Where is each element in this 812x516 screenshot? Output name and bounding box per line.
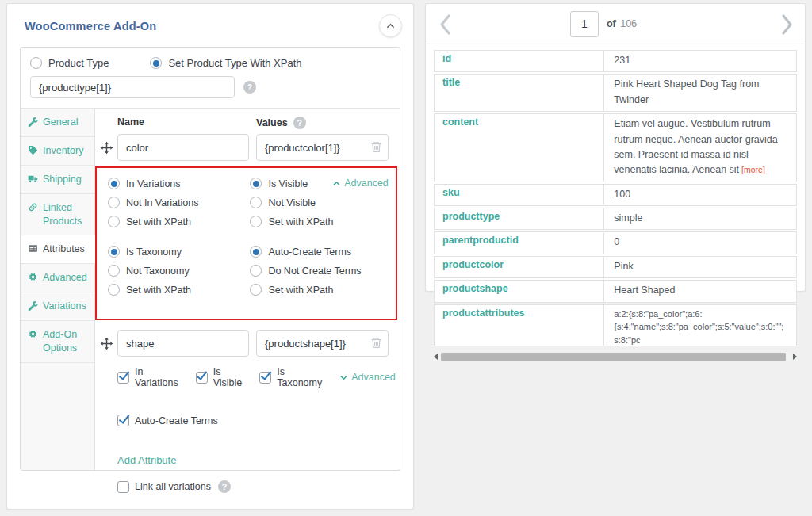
radio-option-set-with-xpath[interactable]: Set with XPath xyxy=(250,216,387,227)
radio-icon xyxy=(30,57,42,69)
sidebar-tab-variations[interactable]: Variations xyxy=(21,292,94,321)
values-column-header: Values xyxy=(256,117,306,129)
record-row-sku: sku100 xyxy=(434,184,797,206)
trash-icon[interactable] xyxy=(370,336,383,350)
move-icon[interactable] xyxy=(100,337,113,350)
product-type-radio-set-product-type-with-xpath[interactable]: Set Product Type With XPath xyxy=(150,57,301,69)
checkbox-option-is-visible[interactable]: Is Visible xyxy=(196,366,243,388)
gear-icon xyxy=(28,272,38,282)
record-row-productcolor: productcolorPink xyxy=(434,256,797,278)
attribute-name-input[interactable] xyxy=(117,330,249,357)
field-name: productattributes xyxy=(435,305,604,346)
sidebar-tab-advanced[interactable]: Advanced xyxy=(21,264,94,292)
checkbox-icon xyxy=(117,481,129,493)
product-type-section: Product TypeSet Product Type With XPath xyxy=(21,48,400,108)
checkbox-option-is-taxonomy[interactable]: Is Taxonomy xyxy=(259,366,322,388)
sidebar-tab-linked-products[interactable]: Linked Products xyxy=(21,194,94,236)
wrench-icon xyxy=(28,117,38,127)
product-type-radio-row: Product TypeSet Product Type With XPath xyxy=(30,57,392,69)
advanced-options-highlight: Advanced In VariationsNot In VariationsS… xyxy=(95,166,397,320)
pager-position: of 106 xyxy=(570,11,637,37)
wrench-icon xyxy=(28,300,38,311)
chevron-right-icon[interactable] xyxy=(778,13,795,36)
field-value: Pink xyxy=(604,257,796,277)
record-row-title: titlePink Heart Shaped Dog Tag from Twin… xyxy=(434,74,797,112)
sidebar-tab-inventory[interactable]: Inventory xyxy=(21,137,94,166)
radio-icon xyxy=(150,57,162,69)
attribute-row-color xyxy=(100,134,397,161)
field-value: 100 xyxy=(604,185,796,205)
sidebar-tab-attributes[interactable]: Attributes xyxy=(21,235,95,264)
record-row-producttype: producttypesimple xyxy=(434,208,797,230)
radio-group: In VariationsNot In VariationsSet with X… xyxy=(108,178,245,235)
field-name: content xyxy=(435,114,604,182)
product-type-xpath-row xyxy=(30,76,392,98)
woocommerce-addon-panel: WooCommerce Add-On Product TypeSet Produ… xyxy=(6,3,414,510)
chevron-left-icon[interactable] xyxy=(437,13,454,36)
scrollbar-track[interactable] xyxy=(440,353,791,361)
field-value: 0 xyxy=(604,232,796,253)
field-value: Pink Heart Shaped Dog Tag from Twinder xyxy=(604,75,796,111)
radio-option-in-variations[interactable]: In Variations xyxy=(108,178,245,189)
radio-option-not-visible[interactable]: Not Visible xyxy=(250,197,387,208)
sidebar-tab-add-on-options[interactable]: Add-On Options xyxy=(21,321,94,363)
checkbox-option-in-variations[interactable]: In Variations xyxy=(117,366,178,388)
field-name: id xyxy=(435,51,604,71)
product-type-xpath-input[interactable] xyxy=(30,76,235,98)
move-icon[interactable] xyxy=(100,141,113,155)
help-icon[interactable] xyxy=(218,480,231,493)
field-value: Etiam vel augue. Vestibulum rutrum rutru… xyxy=(604,114,796,182)
addon-settings-box: Product TypeSet Product Type With XPath … xyxy=(20,47,400,471)
radio-icon xyxy=(108,246,120,258)
sidebar-tab-general[interactable]: General xyxy=(21,109,94,137)
checkbox-icon xyxy=(196,372,208,384)
help-icon[interactable] xyxy=(293,117,306,129)
radio-option-not-taxonomy[interactable]: Not Taxonomy xyxy=(108,265,245,277)
field-value: Heart Shaped xyxy=(604,281,796,301)
field-value: simple xyxy=(604,208,796,229)
radio-group: Auto-Create TermsDo Not Create TermsSet … xyxy=(250,246,387,303)
radio-icon xyxy=(250,284,262,296)
attribute-name-input[interactable] xyxy=(117,134,249,161)
radio-icon xyxy=(108,216,120,227)
sidebar-tab-shipping[interactable]: Shipping xyxy=(21,166,94,194)
radio-option-set-with-xpath[interactable]: Set with XPath xyxy=(250,284,387,296)
record-pager: of 106 xyxy=(426,4,805,44)
advanced-toggle-link[interactable]: Advanced xyxy=(339,372,396,383)
pager-of-label: of 106 xyxy=(607,18,637,29)
checkbox-icon xyxy=(259,372,271,384)
radio-option-set-with-xpath[interactable]: Set with XPath xyxy=(108,284,245,296)
shape-options-row: In VariationsIs VisibleIs TaxonomyAdvanc… xyxy=(117,366,397,388)
link-all-variations-checkbox[interactable]: Link all variations xyxy=(117,481,211,493)
add-attribute-link[interactable]: Add Attribute xyxy=(117,454,176,466)
radio-option-auto-create-terms[interactable]: Auto-Create Terms xyxy=(250,246,387,258)
more-link[interactable]: [more] xyxy=(741,165,765,174)
auto-create-terms-checkbox[interactable]: Auto-Create Terms xyxy=(117,415,218,426)
link-all-variations-row: Link all variations xyxy=(117,480,397,493)
scroll-left-arrow-icon[interactable] xyxy=(434,354,438,360)
record-number-input[interactable] xyxy=(570,11,599,37)
horizontal-scrollbar xyxy=(434,352,797,362)
field-name: producttype xyxy=(435,208,604,229)
panel-header: WooCommerce Add-On xyxy=(7,4,413,44)
record-field-table: id231titlePink Heart Shaped Dog Tag from… xyxy=(434,50,797,346)
attribute-value-input[interactable] xyxy=(256,330,389,357)
help-icon[interactable] xyxy=(243,81,256,94)
scrollbar-thumb[interactable] xyxy=(441,353,786,361)
radio-option-do-not-create-terms[interactable]: Do Not Create Terms xyxy=(250,265,387,277)
collapse-panel-button[interactable] xyxy=(379,14,402,37)
advanced-toggle-link[interactable]: Advanced xyxy=(332,178,389,189)
attribute-column-headers: Name Values xyxy=(100,117,397,129)
radio-option-set-with-xpath[interactable]: Set with XPath xyxy=(108,216,245,227)
radio-icon xyxy=(250,178,262,189)
field-value: 231 xyxy=(604,51,796,71)
trash-icon[interactable] xyxy=(370,140,383,154)
radio-icon xyxy=(108,284,120,296)
radio-icon xyxy=(108,197,120,208)
product-type-radio-product-type[interactable]: Product Type xyxy=(30,57,109,69)
attribute-value-input[interactable] xyxy=(256,134,389,161)
radio-option-not-in-variations[interactable]: Not In Variations xyxy=(108,197,245,208)
record-row-id: id231 xyxy=(434,50,797,72)
scroll-right-arrow-icon[interactable] xyxy=(793,354,797,360)
radio-option-is-taxonomy[interactable]: Is Taxonomy xyxy=(108,246,245,258)
